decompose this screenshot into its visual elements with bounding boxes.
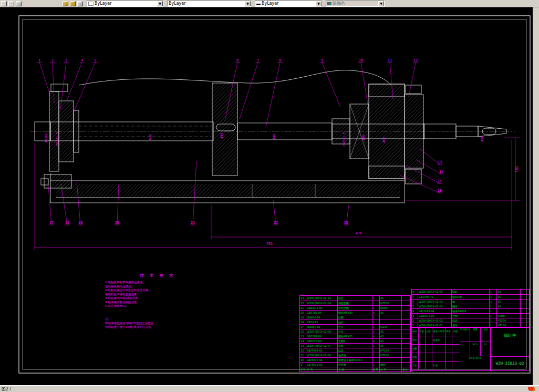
callout-leader — [67, 63, 82, 100]
insert-block-icon[interactable] — [70, 1, 76, 6]
shaft-assembly-geometry — [35, 70, 506, 203]
callout-leader — [39, 63, 50, 96]
callout-leader — [361, 63, 368, 104]
plotstyle-control-dropdown[interactable]: 随颜色 ▼ — [326, 1, 385, 7]
diameter-label: Φ40 — [272, 133, 276, 139]
color-control-value: ByLayer — [95, 1, 157, 6]
callout-number: 1 — [38, 58, 40, 63]
callout-number: 14 — [439, 170, 443, 174]
callout-number: 9 — [321, 58, 323, 63]
app-logo-icon — [527, 387, 537, 391]
diameter-label: M45X1.5 — [342, 132, 346, 146]
callout-number: 2 — [51, 58, 54, 63]
callout-number: 3 — [65, 58, 67, 63]
lineweight-control-dropdown[interactable]: ByLayer ▼ — [255, 1, 322, 7]
chevron-down-icon[interactable]: ▼ — [378, 1, 384, 6]
top-toolbar: ByLayer ▼ ByLayer ▼ ByLayer ▼ 随颜色 ▼ — [0, 0, 539, 7]
match-properties-icon[interactable] — [77, 1, 83, 6]
diameter-label: Φ35 — [361, 135, 365, 140]
callout-number: 5 — [94, 58, 96, 63]
diameter-label: Φ45 — [220, 132, 223, 138]
lineweight-control-value: ByLayer — [262, 1, 316, 6]
cad-viewport[interactable]: 1234567891011121314151617181920212223470… — [0, 7, 533, 385]
callout-number: 6 — [236, 58, 239, 63]
linetype-control-value: ByLayer — [169, 1, 245, 6]
toolbar-button[interactable] — [8, 1, 14, 6]
status-bar: 图2 / — [0, 385, 539, 392]
callout-number: 13 — [438, 160, 442, 164]
diameter-label: Φ62 — [382, 137, 386, 142]
linetype-control-dropdown[interactable]: ByLayer ▼ — [167, 1, 251, 7]
status-text: 图2 / — [2, 386, 11, 392]
chevron-down-icon[interactable]: ▼ — [157, 1, 163, 6]
callout-number: 4 — [81, 58, 83, 63]
diameter-label: Φ35k6 — [44, 133, 48, 142]
callout-leader — [240, 63, 258, 119]
lineweight-swatch-icon — [256, 4, 261, 5]
drawing-annotations: 1234567891011121314151617181920212223470… — [35, 58, 519, 247]
dimension-label: 751 — [266, 242, 273, 246]
color-control-dropdown[interactable]: ByLayer ▼ — [87, 1, 163, 7]
callout-number: 15 — [438, 179, 442, 183]
callout-number: 11 — [388, 58, 392, 63]
callout-number: 7 — [257, 58, 259, 63]
callout-leader — [266, 63, 280, 127]
callout-number: 8 — [279, 58, 281, 63]
chevron-down-icon[interactable]: ▼ — [245, 1, 251, 6]
cad-drawing: 1234567891011121314151617181920212223470… — [0, 7, 533, 385]
diameter-label: Φ38 — [148, 134, 152, 140]
plotstyle-swatch-icon — [327, 2, 331, 5]
callout-number: 10 — [359, 58, 363, 63]
dimension-label: 470 — [356, 231, 362, 235]
plotstyle-control-value: 随颜色 — [333, 1, 378, 6]
callout-leader — [322, 63, 340, 107]
make-block-icon[interactable] — [63, 1, 68, 6]
chevron-down-icon[interactable]: ▼ — [316, 1, 322, 6]
callout-leader — [409, 63, 416, 97]
callout-leader — [74, 63, 95, 112]
diameter-label: Φ28 — [480, 136, 484, 141]
callout-number: 12 — [413, 58, 418, 63]
diameter-label: M30X1.5 — [55, 132, 59, 146]
toolbar-button[interactable] — [16, 1, 22, 6]
callout-leader — [48, 186, 51, 225]
toolbar-button[interactable] — [1, 1, 7, 6]
color-swatch-icon — [88, 2, 94, 6]
